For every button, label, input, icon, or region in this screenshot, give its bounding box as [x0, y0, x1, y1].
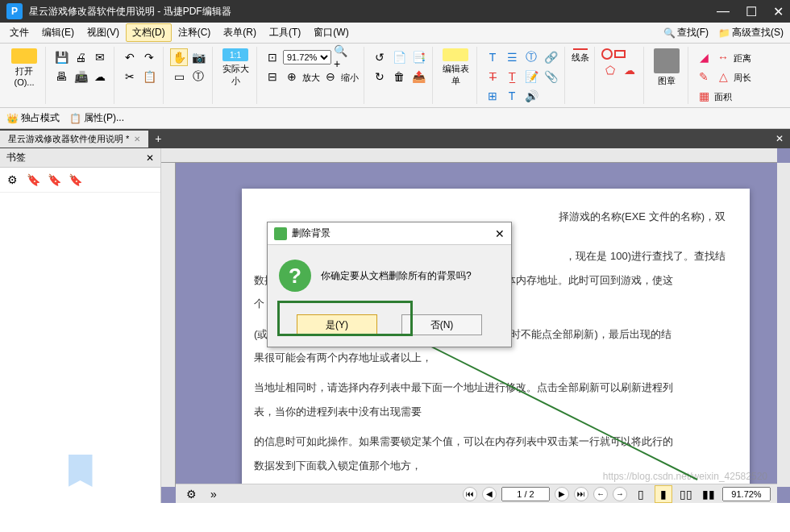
page-ins-icon[interactable]: 📑: [410, 48, 427, 66]
view-single-icon[interactable]: ▯: [632, 485, 650, 503]
print2-icon[interactable]: 🖶: [52, 68, 70, 85]
fit-icon[interactable]: ⊡: [264, 48, 281, 66]
title-bar: P 星云游戏修改器软件使用说明 - 迅捷PDF编辑器 — ☐ ✕: [0, 0, 790, 23]
scan-icon[interactable]: 📠: [72, 68, 89, 85]
bookmark-add-icon[interactable]: 🔖: [24, 171, 42, 189]
pen-icon[interactable]: ✎: [695, 68, 713, 85]
cloud-icon[interactable]: ☁: [91, 68, 109, 85]
menu-window[interactable]: 窗口(W): [307, 23, 355, 42]
sidebar-close-icon[interactable]: ✕: [146, 152, 154, 164]
yes-button[interactable]: 是(Y): [297, 314, 377, 335]
select-icon[interactable]: ▭: [170, 68, 188, 85]
strike-icon[interactable]: T̶: [484, 68, 501, 85]
text-icon[interactable]: T: [484, 48, 501, 66]
cloud-shape-icon[interactable]: ☁: [621, 61, 638, 79]
menu-edit[interactable]: 编辑(E): [35, 23, 81, 42]
undo-icon[interactable]: ↶: [121, 48, 139, 66]
sidebar-panel: 书签✕ ⚙ 🔖 🔖 🔖: [0, 148, 161, 503]
exclusive-mode-button[interactable]: 👑独占模式: [6, 111, 60, 125]
sidebar-gear-icon[interactable]: ⚙: [3, 171, 21, 189]
t2-icon[interactable]: T: [503, 87, 521, 105]
close-button[interactable]: ✕: [773, 4, 784, 19]
attach-icon[interactable]: 📎: [542, 68, 559, 85]
menu-document[interactable]: 文档(D): [126, 23, 172, 42]
minimize-button[interactable]: —: [717, 4, 730, 19]
rotate-r-icon[interactable]: ↻: [371, 68, 389, 85]
prev-page-button[interactable]: ◀: [482, 487, 497, 501]
bookmark-new-icon[interactable]: 🔖: [66, 171, 84, 189]
properties-button[interactable]: 📋属性(P)...: [69, 111, 124, 125]
area-icon[interactable]: ▦: [695, 87, 713, 105]
fwd-button[interactable]: →: [613, 487, 627, 501]
print-icon[interactable]: 🖨: [72, 48, 89, 66]
hand-icon[interactable]: ✋: [170, 48, 188, 66]
dialog-title: 删除背景: [292, 227, 331, 240]
sound-icon[interactable]: 🔊: [522, 87, 540, 105]
open-button[interactable]: 打开(O)...: [8, 48, 40, 87]
first-page-button[interactable]: ⏮: [463, 487, 477, 501]
mail-icon[interactable]: ✉: [91, 48, 109, 66]
tab-document[interactable]: 星云游戏修改器软件使用说明 *✕: [0, 131, 148, 148]
view-cont-icon[interactable]: ▮: [655, 485, 672, 503]
fit2-icon[interactable]: ⊟: [264, 68, 281, 85]
eraser-icon[interactable]: ◢: [695, 48, 713, 66]
maximize-button[interactable]: ☐: [746, 4, 757, 19]
stamp-button[interactable]: 图章: [651, 48, 683, 87]
save-icon[interactable]: 💾: [52, 48, 70, 66]
actual-size-button[interactable]: 1:1实际大小: [219, 48, 252, 87]
page-input[interactable]: [501, 487, 550, 501]
perim-icon[interactable]: △: [714, 68, 732, 85]
page-del-icon[interactable]: 🗑: [390, 68, 408, 85]
edit-form-button[interactable]: 编辑表单: [439, 48, 472, 87]
menu-form[interactable]: 表单(R): [217, 23, 263, 42]
menu-tools[interactable]: 工具(T): [263, 23, 307, 42]
rotate-l-icon[interactable]: ↺: [371, 48, 389, 66]
last-page-button[interactable]: ⏭: [574, 487, 588, 501]
line-shape-icon[interactable]: [573, 48, 588, 50]
zoom-out-btn[interactable]: ⊖: [322, 68, 339, 85]
status-expand-icon[interactable]: »: [205, 485, 222, 503]
scrollbar-vertical[interactable]: [777, 163, 790, 487]
dist-icon[interactable]: ↔: [714, 48, 732, 66]
page-add-icon[interactable]: 📄: [390, 48, 408, 66]
menu-file[interactable]: 文件: [3, 23, 35, 42]
tabs-close-icon[interactable]: ✕: [769, 133, 790, 144]
circle-icon[interactable]: [601, 48, 613, 60]
redo-icon[interactable]: ↷: [140, 48, 158, 66]
tab-add-button[interactable]: +: [148, 132, 168, 145]
no-button[interactable]: 否(N): [401, 314, 482, 335]
page-ext-icon[interactable]: 📤: [410, 68, 427, 85]
zoom-in-icon[interactable]: 🔍+: [333, 48, 351, 66]
text-select-icon[interactable]: Ⓣ: [189, 68, 207, 85]
view-dual2-icon[interactable]: ▮▮: [700, 485, 717, 503]
rect-icon[interactable]: [614, 50, 626, 58]
menu-view[interactable]: 视图(V): [81, 23, 126, 42]
ruler-horizontal: [161, 148, 777, 163]
menu-comment[interactable]: 注释(C): [172, 23, 218, 42]
next-page-button[interactable]: ▶: [555, 487, 569, 501]
status-gear-icon[interactable]: ⚙: [182, 485, 200, 503]
tab-close-icon[interactable]: ✕: [134, 135, 140, 143]
highlight-icon[interactable]: ☰: [503, 48, 521, 66]
link-icon[interactable]: 🔗: [542, 48, 559, 66]
zoom-select[interactable]: 91.72%: [283, 50, 331, 64]
stamp-icon[interactable]: ⊞: [484, 87, 501, 105]
bookmark-del-icon[interactable]: 🔖: [45, 171, 63, 189]
dialog-icon: [274, 227, 287, 240]
find-button[interactable]: 🔍查找(F): [660, 24, 712, 41]
copy-icon[interactable]: 📋: [140, 68, 158, 85]
zoom-input[interactable]: [722, 487, 771, 501]
poly-icon[interactable]: ⬠: [601, 61, 619, 79]
camera-icon[interactable]: 📷: [189, 48, 207, 66]
back-button[interactable]: ←: [593, 487, 608, 501]
t-box-icon[interactable]: Ⓣ: [522, 48, 540, 66]
view-dual-icon[interactable]: ▯▯: [677, 485, 695, 503]
note-icon[interactable]: 📝: [522, 68, 540, 85]
zoom-in-btn[interactable]: ⊕: [283, 68, 301, 85]
underline-icon[interactable]: T̲: [503, 68, 521, 85]
window-title: 星云游戏修改器软件使用说明 - 迅捷PDF编辑器: [29, 5, 231, 19]
question-icon: ?: [279, 260, 311, 292]
dialog-close-icon[interactable]: ✕: [495, 227, 505, 240]
cut-icon[interactable]: ✂: [121, 68, 139, 85]
adv-find-button[interactable]: 📁高级查找(S): [715, 24, 787, 41]
